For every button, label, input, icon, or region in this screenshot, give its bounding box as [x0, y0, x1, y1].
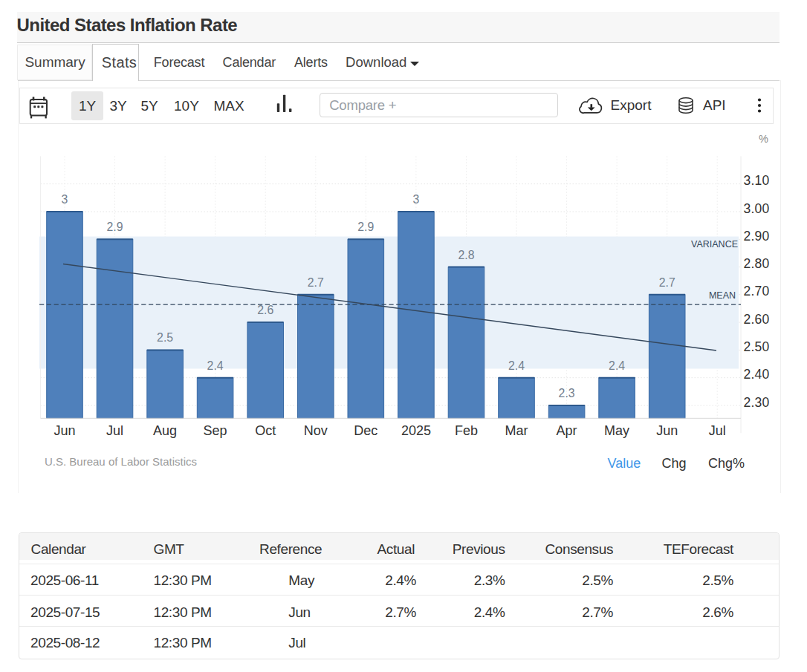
- svg-text:3: 3: [413, 193, 420, 206]
- svg-text:%: %: [759, 133, 768, 145]
- svg-text:2.70: 2.70: [744, 284, 770, 299]
- svg-text:2.9: 2.9: [357, 221, 374, 233]
- svg-text:VARIANCE: VARIANCE: [691, 239, 738, 249]
- svg-text:2.7: 2.7: [659, 276, 675, 289]
- svg-text:2.6: 2.6: [257, 304, 273, 316]
- svg-text:Value: Value: [608, 456, 641, 471]
- svg-text:2.4: 2.4: [609, 359, 625, 372]
- svg-text:3.00: 3.00: [744, 201, 770, 216]
- svg-text:Jul: Jul: [106, 423, 123, 438]
- svg-text:2.90: 2.90: [744, 229, 770, 244]
- svg-text:Sep: Sep: [204, 423, 227, 438]
- svg-text:2.40: 2.40: [744, 367, 770, 382]
- svg-text:2.4: 2.4: [508, 359, 525, 372]
- svg-text:Jun: Jun: [54, 423, 75, 438]
- svg-text:Mar: Mar: [505, 423, 528, 438]
- svg-text:Chg: Chg: [662, 456, 687, 471]
- svg-text:May: May: [604, 423, 629, 438]
- svg-text:Jun: Jun: [656, 423, 678, 438]
- svg-text:U.S. Bureau of Labor Statistic: U.S. Bureau of Labor Statistics: [45, 455, 197, 468]
- svg-text:Nov: Nov: [304, 423, 328, 438]
- svg-text:Aug: Aug: [153, 423, 177, 438]
- svg-text:3: 3: [62, 193, 68, 206]
- svg-text:3.10: 3.10: [744, 173, 770, 188]
- svg-text:2025: 2025: [401, 423, 431, 438]
- svg-text:2.4: 2.4: [207, 359, 224, 372]
- svg-text:Dec: Dec: [354, 423, 377, 438]
- svg-text:2.3: 2.3: [559, 387, 575, 399]
- svg-text:Apr: Apr: [557, 423, 577, 438]
- svg-text:Chg%: Chg%: [708, 456, 745, 471]
- svg-text:2.50: 2.50: [744, 339, 770, 354]
- svg-text:2.5: 2.5: [157, 331, 173, 344]
- svg-text:2.7: 2.7: [308, 276, 324, 289]
- svg-text:Feb: Feb: [455, 423, 478, 438]
- svg-text:2.30: 2.30: [744, 395, 770, 410]
- svg-text:MEAN: MEAN: [709, 290, 736, 301]
- svg-text:2.9: 2.9: [107, 221, 123, 233]
- svg-text:2.8: 2.8: [458, 249, 475, 261]
- svg-text:2.80: 2.80: [744, 256, 770, 271]
- svg-text:Oct: Oct: [255, 423, 276, 438]
- svg-text:2.60: 2.60: [744, 312, 770, 327]
- svg-text:Jul: Jul: [709, 423, 726, 438]
